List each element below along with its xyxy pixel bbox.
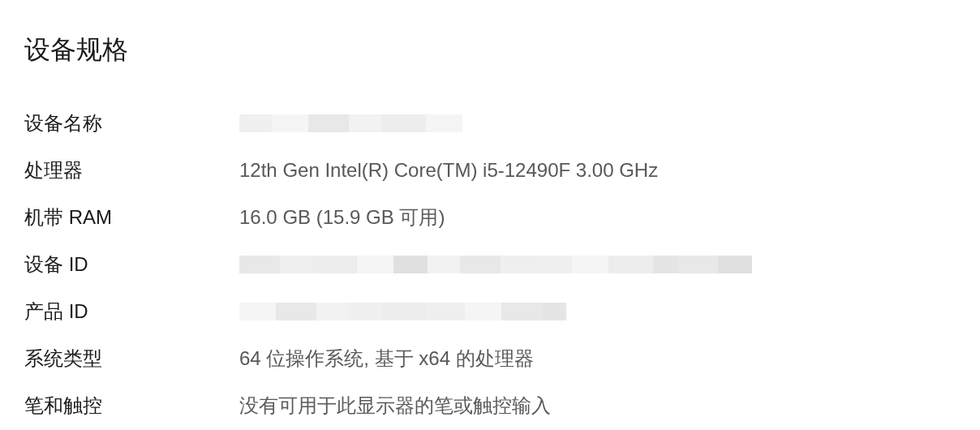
spec-value-processor: 12th Gen Intel(R) Core(TM) i5-12490F 3.0… (239, 156, 658, 185)
spec-label-system-type: 系统类型 (24, 344, 239, 373)
spec-row-device-name: 设备名称 (24, 109, 956, 138)
spec-label-ram: 机带 RAM (24, 203, 239, 232)
device-specs-heading: 设备规格 (24, 32, 956, 68)
spec-row-system-type: 系统类型 64 位操作系统, 基于 x64 的处理器 (24, 344, 956, 373)
spec-row-product-id: 产品 ID (24, 297, 956, 326)
spec-label-device-id: 设备 ID (24, 250, 239, 279)
spec-value-device-name-redacted (239, 112, 462, 135)
spec-row-processor: 处理器 12th Gen Intel(R) Core(TM) i5-12490F… (24, 156, 956, 185)
spec-value-system-type: 64 位操作系统, 基于 x64 的处理器 (239, 344, 534, 373)
spec-value-pen-touch: 没有可用于此显示器的笔或触控输入 (239, 391, 551, 420)
spec-row-ram: 机带 RAM 16.0 GB (15.9 GB 可用) (24, 203, 956, 232)
spec-value-device-id-redacted (239, 253, 752, 276)
spec-value-product-id-redacted (239, 300, 566, 323)
spec-label-pen-touch: 笔和触控 (24, 391, 239, 420)
spec-row-pen-touch: 笔和触控 没有可用于此显示器的笔或触控输入 (24, 391, 956, 420)
spec-value-ram: 16.0 GB (15.9 GB 可用) (239, 203, 445, 232)
spec-label-product-id: 产品 ID (24, 297, 239, 326)
spec-label-device-name: 设备名称 (24, 109, 239, 138)
spec-label-processor: 处理器 (24, 156, 239, 185)
spec-row-device-id: 设备 ID (24, 250, 956, 279)
